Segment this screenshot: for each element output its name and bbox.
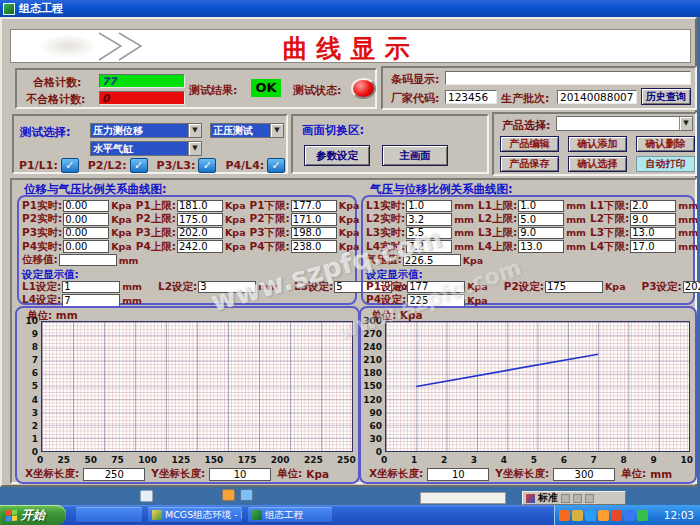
y-length-input[interactable] — [553, 468, 615, 481]
test-type-dropdown[interactable]: 压力测位移 ▼ — [90, 123, 202, 138]
field-group: P2实时:Kpa — [22, 212, 136, 226]
taskbar-item-project[interactable]: 组态工程 — [248, 507, 332, 523]
field-input[interactable] — [62, 281, 120, 294]
field-input[interactable] — [407, 281, 465, 294]
chevron-down-icon[interactable]: ▼ — [270, 124, 283, 137]
field-label: L2上限: — [478, 212, 517, 226]
product-button[interactable]: 产品保存 — [500, 156, 559, 172]
channel-checkbox[interactable]: ✓ — [267, 158, 285, 173]
field-input[interactable] — [630, 240, 676, 253]
y-axis-labels: 3002702402101801501209060300 — [363, 317, 382, 456]
field-label: P1设定: — [366, 280, 406, 294]
parameter-setting-button[interactable]: 参数设定 — [304, 145, 370, 166]
desktop-icon[interactable] — [240, 489, 253, 501]
field-input[interactable] — [63, 213, 109, 226]
tray-icon-2[interactable] — [585, 510, 596, 521]
window-titlebar[interactable]: 组态工程 — [0, 0, 700, 17]
field-input[interactable] — [177, 200, 223, 213]
desktop-icon[interactable] — [222, 489, 235, 501]
product-button[interactable]: 确认添加 — [568, 136, 627, 152]
field-input[interactable] — [59, 254, 117, 267]
field-input[interactable] — [630, 227, 676, 240]
field-input[interactable] — [177, 240, 223, 253]
field-input[interactable] — [406, 240, 452, 253]
fail-count-field[interactable] — [99, 91, 185, 105]
vendor-code-input[interactable] — [445, 90, 497, 104]
x-length-input[interactable] — [427, 468, 489, 481]
field-input[interactable] — [518, 200, 564, 213]
y-length-input[interactable] — [209, 468, 271, 481]
chevron-down-icon[interactable]: ▼ — [679, 117, 692, 130]
field-label: 气压值: — [366, 253, 402, 267]
y-tick-label: 8 — [32, 343, 38, 351]
tray-icon-3[interactable] — [598, 510, 609, 521]
channel-checkbox[interactable]: ✓ — [130, 158, 148, 173]
product-select-dropdown[interactable]: ▼ — [556, 116, 693, 131]
field-input[interactable] — [63, 200, 109, 213]
field-row: L2实时:mmL2上限:mmL2下限:mm — [366, 213, 690, 227]
tray-icon-5[interactable] — [624, 510, 635, 521]
field-input[interactable] — [518, 213, 564, 226]
field-group: L4实时:mm — [366, 240, 478, 254]
field-input[interactable] — [291, 213, 337, 226]
chevron-down-icon[interactable]: ▼ — [188, 124, 201, 137]
product-button[interactable]: 确认选择 — [568, 156, 627, 172]
main-screen-button[interactable]: 主画面 — [382, 145, 448, 166]
field-group: 气压值:Kpa — [366, 253, 487, 267]
field-input[interactable] — [630, 213, 676, 226]
ime-language-bar[interactable]: 标准 — [522, 491, 626, 505]
field-row: P4实时:KpaP4上限:KpaP4下限:Kpa — [22, 240, 352, 254]
field-input[interactable] — [518, 227, 564, 240]
field-input[interactable] — [63, 227, 109, 240]
field-input[interactable] — [198, 281, 256, 294]
tray-icon-4[interactable] — [611, 510, 622, 521]
ime-tool-icon[interactable] — [573, 494, 582, 503]
field-input[interactable] — [406, 227, 452, 240]
channel-checkbox[interactable]: ✓ — [198, 158, 216, 173]
cylinder-type-dropdown[interactable]: 水平气缸 ▼ — [90, 141, 202, 156]
field-input[interactable] — [62, 294, 120, 307]
field-input[interactable] — [545, 281, 603, 294]
y-length-label: Y坐标长度: — [151, 467, 205, 481]
start-button[interactable]: 开始 — [0, 505, 66, 525]
field-input[interactable] — [291, 200, 337, 213]
field-input[interactable] — [518, 240, 564, 253]
y-tick-label: 4 — [32, 396, 38, 404]
field-unit: Kpa — [111, 200, 132, 211]
x-length-input[interactable] — [83, 468, 145, 481]
ime-keyboard-icon[interactable] — [561, 494, 570, 503]
product-button[interactable]: 确认删除 — [636, 136, 695, 152]
pressure-mode-dropdown[interactable]: 正压测试 ▼ — [210, 123, 284, 138]
field-input[interactable] — [403, 254, 461, 267]
field-input[interactable] — [63, 240, 109, 253]
chevron-down-icon[interactable]: ▼ — [188, 142, 201, 155]
field-unit: Kpa — [111, 227, 132, 238]
field-group: P3下限:Kpa — [250, 226, 364, 240]
taskbar-item-mcgs[interactable]: MCGS组态环境 - [ — [148, 507, 242, 523]
pass-count-field[interactable] — [99, 74, 185, 88]
tray-icon-1[interactable] — [572, 510, 583, 521]
field-group: L3下限:mm — [590, 226, 700, 240]
batch-number-input[interactable] — [557, 90, 637, 104]
barcode-input[interactable] — [445, 71, 691, 85]
field-input[interactable] — [407, 294, 465, 307]
field-input[interactable] — [630, 200, 676, 213]
field-input[interactable] — [406, 213, 452, 226]
x-tick-label: 4 — [501, 455, 507, 465]
field-input[interactable] — [683, 281, 700, 294]
field-input[interactable] — [406, 200, 452, 213]
field-input[interactable] — [177, 227, 223, 240]
y-tick-label: 60 — [369, 422, 382, 430]
auto-print-indicator: 自动打印 — [636, 156, 695, 172]
tray-icon-0[interactable] — [559, 510, 570, 521]
product-button[interactable]: 产品编辑 — [500, 136, 559, 152]
field-input[interactable] — [177, 213, 223, 226]
field-input[interactable] — [291, 227, 337, 240]
channel-checkbox[interactable]: ✓ — [61, 158, 79, 173]
tray-icon-6[interactable] — [637, 510, 648, 521]
history-query-button[interactable]: 历史查询 — [641, 88, 691, 105]
ime-options-icon[interactable] — [585, 494, 594, 503]
field-input[interactable] — [291, 240, 337, 253]
desktop-icon[interactable] — [140, 490, 153, 502]
taskbar-item[interactable] — [76, 507, 142, 523]
